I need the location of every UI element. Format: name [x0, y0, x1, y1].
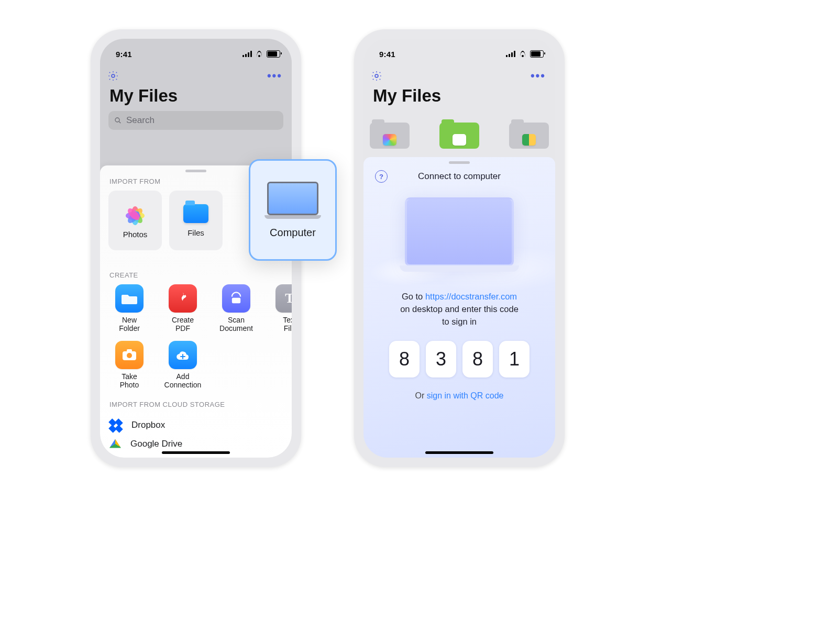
create-pdf-icon [169, 284, 197, 313]
create-scan-document[interactable]: Scan Document [215, 284, 257, 332]
create-text-file[interactable]: T Text File [269, 284, 292, 332]
create-new-folder-label: New Folder [108, 316, 150, 332]
import-files-card[interactable]: Files [169, 191, 223, 250]
status-icons [506, 50, 544, 58]
scan-document-icon [222, 284, 250, 313]
photos-icon [124, 203, 146, 225]
settings-button[interactable] [107, 70, 119, 82]
create-pdf-label: Create PDF [162, 316, 204, 332]
svg-rect-2 [232, 298, 240, 304]
alt-signin: Or sign in with QR code [363, 391, 555, 401]
create-add-connection[interactable]: Add Connection [162, 341, 204, 389]
create-new-folder[interactable]: New Folder [108, 284, 150, 332]
nav-bar: ••• [363, 65, 555, 83]
svg-point-1 [115, 118, 119, 122]
folder-item[interactable] [370, 123, 410, 149]
home-indicator[interactable] [162, 451, 230, 454]
create-take-photo[interactable]: Take Photo [108, 341, 150, 389]
section-create-label: CREATE [109, 271, 283, 279]
svg-rect-5 [127, 349, 132, 352]
sheet-grabber[interactable] [185, 170, 206, 172]
connect-title: Connect to computer [418, 171, 501, 182]
connect-instructions: Go to https://docstransfer.com on deskto… [377, 291, 542, 328]
page-title: My Files [363, 83, 555, 111]
more-button[interactable]: ••• [267, 69, 282, 83]
status-bar: 9:41 [363, 39, 555, 65]
create-add-connection-label: Add Connection [162, 372, 204, 389]
create-text-file-label: Text File [269, 316, 292, 332]
section-cloud-label: IMPORT FROM CLOUD STORAGE [109, 401, 283, 408]
import-photos-card[interactable]: Photos [108, 191, 162, 250]
connect-sheet: ? Connect to computer Go to https://docs… [363, 157, 555, 458]
wifi-icon [519, 51, 527, 57]
status-icons [242, 50, 280, 58]
import-computer-card[interactable]: Computer [249, 159, 337, 261]
folder-item[interactable] [439, 123, 479, 149]
svg-point-4 [127, 353, 132, 358]
battery-icon [267, 50, 280, 58]
create-scan-document-label: Scan Document [215, 316, 257, 332]
svg-point-6 [375, 74, 378, 77]
wifi-icon [255, 51, 263, 57]
code-digit: 8 [462, 341, 493, 377]
search-icon [114, 116, 122, 125]
computer-icon [267, 182, 318, 215]
settings-button[interactable] [371, 70, 382, 82]
text-file-icon: T [275, 284, 292, 313]
cloud-dropbox-label: Dropbox [131, 420, 165, 430]
cloud-gdrive-label: Google Drive [130, 439, 182, 449]
laptop-illustration [405, 197, 514, 267]
status-time: 9:41 [116, 50, 132, 59]
import-photos-label: Photos [123, 230, 148, 239]
device-frame-left: 9:41 ••• My Files Search [91, 29, 301, 467]
home-indicator[interactable] [425, 451, 493, 454]
code-digit: 1 [499, 341, 530, 377]
search-input[interactable]: Search [108, 111, 283, 130]
help-button[interactable]: ? [375, 170, 388, 183]
create-take-photo-label: Take Photo [108, 372, 150, 389]
search-placeholder-text: Search [126, 115, 155, 126]
pairing-code: 8 3 8 1 [363, 341, 555, 377]
transfer-url-link[interactable]: https://docstransfer.com [425, 292, 517, 301]
import-files-label: Files [188, 228, 204, 237]
nav-bar: ••• [100, 65, 292, 83]
battery-icon [530, 50, 544, 58]
device-frame-right: 9:41 ••• My Files [354, 29, 565, 467]
code-digit: 8 [389, 341, 420, 377]
status-time: 9:41 [379, 50, 395, 59]
code-digit: 3 [426, 341, 456, 377]
files-icon [183, 204, 208, 223]
screen: 9:41 ••• My Files [363, 39, 555, 458]
create-pdf[interactable]: Create PDF [162, 284, 204, 332]
qr-signin-link[interactable]: sign in with QR code [427, 391, 504, 400]
cellular-icon [242, 51, 252, 57]
more-button[interactable]: ••• [531, 69, 546, 83]
take-photo-icon [115, 341, 144, 369]
dropbox-icon [109, 420, 122, 430]
import-computer-label: Computer [270, 227, 316, 239]
svg-point-0 [112, 74, 115, 77]
folder-item[interactable] [509, 123, 549, 149]
folder-strip [370, 123, 549, 149]
sheet-grabber[interactable] [449, 161, 470, 164]
add-connection-icon [169, 341, 197, 369]
google-drive-icon [109, 439, 121, 449]
cellular-icon [506, 51, 515, 57]
cloud-dropbox-row[interactable]: Dropbox [108, 414, 283, 437]
new-folder-icon [115, 284, 144, 313]
page-title: My Files [100, 83, 292, 111]
status-bar: 9:41 [100, 39, 292, 65]
